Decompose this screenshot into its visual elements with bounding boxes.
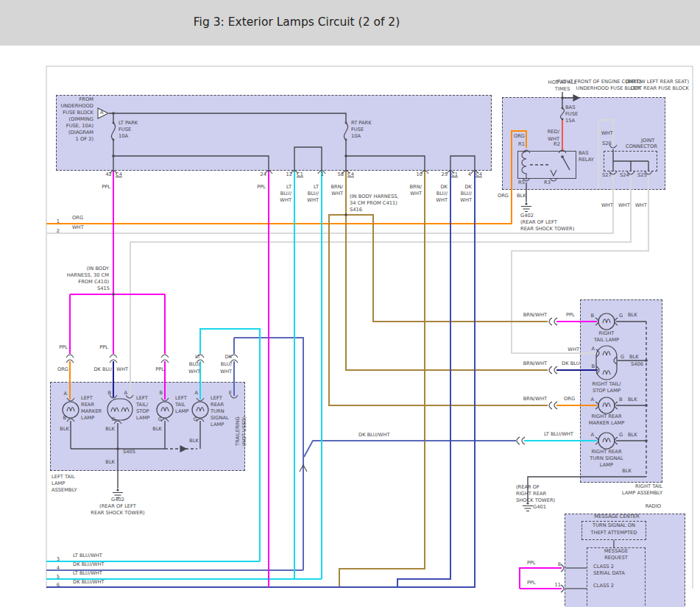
diagram-label: WHT — [307, 198, 319, 203]
diagram-label: CLASS 2 — [593, 583, 614, 589]
wire-s416-stem-brn — [346, 215, 548, 370]
diagram-label: RIGHT REAR — [516, 491, 546, 497]
diagram-label: TIMES — [555, 87, 570, 92]
diagram-label: TAIL LAMP — [594, 338, 619, 343]
diagram-label: RADIO — [646, 504, 661, 509]
diagram-label: G — [619, 313, 623, 319]
wire-jumper-25-4 — [450, 156, 475, 171]
diagram-label: TURN SIGNAL — [590, 456, 623, 461]
junction-dot — [344, 213, 347, 216]
diagram-label: WHT — [460, 198, 472, 203]
diagram-label: LT — [314, 185, 319, 190]
diagram-label: (IN BODY — [87, 266, 109, 271]
diagram-label: FUSE, 10A) — [66, 124, 93, 129]
diagram-label: LT BLU/WHT — [73, 571, 102, 576]
diagram-label: HOT AT ALL — [548, 80, 577, 85]
filament — [603, 439, 610, 442]
diagram-label: LAMP — [81, 416, 94, 421]
diagram-label: C4 — [347, 172, 354, 177]
diagram-label: C4 — [116, 172, 122, 177]
diagram-label: LAMP — [175, 409, 188, 414]
diagram-label: 1 — [57, 219, 60, 224]
diagram-label: LEFT — [211, 396, 222, 401]
junction-dot — [561, 96, 564, 99]
diagram-label: RIGHT TAIL — [635, 484, 662, 489]
diagram-label: SERIAL DATA — [593, 571, 625, 576]
diagram-label: 58 — [337, 172, 344, 177]
diagram-label: FUSE — [119, 127, 131, 132]
diagram-label: RT PARK — [351, 121, 372, 126]
diagram-label: STOP LAMP — [593, 388, 621, 394]
diagram-label: REAR SHOCK TOWER) — [520, 227, 574, 232]
diagram-label: A — [100, 110, 104, 116]
diagram-label: HARNESS, 30 CM — [67, 273, 109, 278]
wire-s416-branch-right-brn — [346, 215, 548, 322]
diagram-label: 1 — [321, 172, 324, 177]
diagram-label: DK BLU/WHT — [73, 562, 105, 567]
diagram-label: G402 — [111, 497, 124, 503]
diagram-label: RED/ — [548, 129, 559, 135]
diagram-label: BAS — [565, 105, 575, 110]
junction-dot — [645, 404, 648, 407]
diagram-label: WHT — [188, 369, 200, 375]
diagram-label: ORG — [498, 194, 509, 199]
diagram-label: REAR SHOCK TOWER) — [91, 511, 144, 516]
diagram-label: BLK — [105, 460, 115, 465]
wire-right-turn-feed — [304, 441, 516, 457]
wire-s24-left-lamp-wht — [130, 174, 631, 397]
diagram-label: 8 — [558, 562, 561, 567]
inline-connector-icon — [549, 318, 552, 325]
filament — [67, 408, 74, 411]
diagram-label: BLK — [189, 439, 199, 444]
diagram-label: BRN/ — [331, 185, 344, 190]
diagram-label: LT BLU/WHT — [73, 553, 102, 558]
diagram-label: THEFT ATTEMPTED — [591, 530, 637, 536]
diagram-label: WHT — [331, 191, 343, 196]
diagram-label: FROM C410) — [78, 280, 109, 285]
diagram-label: A — [63, 391, 67, 397]
diagram-label: (BELOW LEFT REAR SEAT) — [626, 79, 689, 85]
diagram-label: DK BLU — [93, 367, 112, 372]
diagram-label: 10 — [416, 172, 423, 177]
inline-connector-icon — [110, 355, 117, 358]
diagram-label: 11 — [554, 583, 561, 588]
filament — [121, 408, 129, 411]
inline-connector-icon — [161, 355, 169, 358]
diagram-label: WHT — [410, 191, 422, 196]
diagram-label: DK — [464, 185, 472, 190]
diagram-label: REAR — [211, 402, 224, 408]
diagram-label: LAMP ASSEMBLY — [622, 491, 662, 496]
diagram-label: 15A — [565, 118, 575, 124]
wiring-diagram-page: Fig 3: Exterior Lamps Circuit (2 of 2) (… — [0, 0, 700, 607]
diagram-label: TURN SIGNAL ON — [593, 523, 635, 528]
fuse-icon — [344, 123, 347, 140]
diagram-label: MESSAGE CENTER — [594, 514, 639, 519]
diagram-label: TAIL/ — [136, 402, 148, 408]
diagram-label: 5 — [57, 575, 60, 580]
diagram-label: DK — [225, 355, 232, 360]
ground-icon — [116, 489, 119, 491]
arrow-right-icon — [180, 446, 186, 452]
filament — [111, 408, 119, 411]
diagram-label: S26 — [602, 141, 612, 146]
diagram-label: LEFT — [81, 396, 93, 401]
diagram-label: REAR — [81, 402, 94, 408]
diagram-label: DK — [440, 185, 448, 190]
diagram-label: ORG — [57, 367, 68, 372]
diagram-label: G — [619, 433, 623, 438]
filament — [603, 352, 610, 355]
diagram-label: LAMP — [600, 463, 613, 468]
filament — [603, 403, 610, 407]
diagram-label: PPL — [257, 185, 266, 190]
diagram-label: MESSAGE — [604, 549, 628, 554]
diagram-label: WHT — [116, 367, 128, 372]
wire-s25-right-lamp-wht — [512, 174, 648, 353]
diagram-label: REQUEST — [604, 555, 628, 561]
diagram-label: DK BLU/WHT — [73, 580, 105, 585]
diagram-label: FROM — [79, 97, 93, 102]
diagram-label: PPL — [527, 561, 536, 566]
diagram-label: RIGHT — [599, 331, 615, 336]
diagram-label: LEFT REAR FUSE BLOCK — [630, 86, 689, 91]
diagram-label: BLK — [622, 469, 632, 474]
diagram-label: FUSE BLOCK — [63, 110, 93, 116]
